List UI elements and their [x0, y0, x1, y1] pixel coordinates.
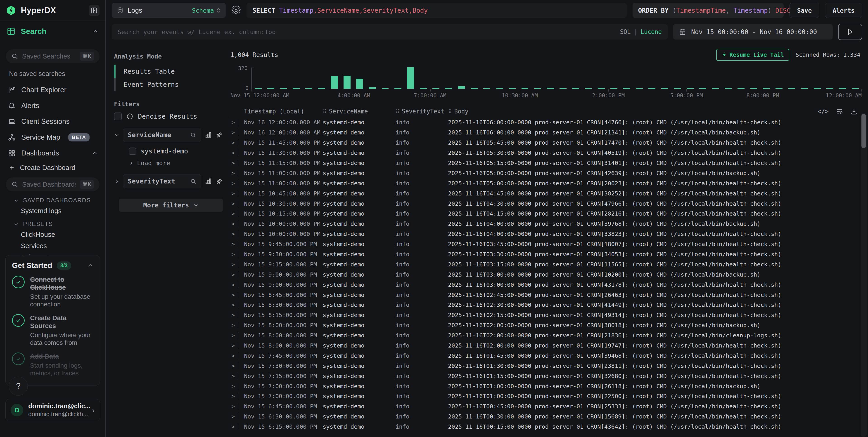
table-row[interactable]: >Nov 15 10:45:00.000 PMsystemd-demoinfo2…: [229, 188, 868, 198]
get-started-step-data-sources[interactable]: Create Data Sources Configure where your…: [12, 314, 93, 347]
bar-chart-icon[interactable]: [205, 178, 212, 185]
resume-live-tail-button[interactable]: Resume Live Tail: [716, 49, 789, 61]
sidebar-item-service-map[interactable]: Service Map BETA: [6, 130, 99, 145]
more-filters-button[interactable]: More filters: [119, 199, 223, 212]
row-expand-icon[interactable]: >: [231, 393, 235, 400]
histogram-bucket[interactable]: [493, 88, 506, 89]
row-expand-icon[interactable]: >: [231, 322, 235, 329]
lucene-mode-toggle[interactable]: Lucene: [641, 29, 662, 35]
view-source-icon[interactable]: </>: [817, 108, 829, 115]
row-expand-icon[interactable]: >: [231, 281, 235, 288]
pin-icon[interactable]: [216, 131, 223, 138]
sql-mode-toggle[interactable]: SQL: [620, 29, 630, 35]
histogram-bucket[interactable]: [290, 88, 303, 89]
row-expand-icon[interactable]: >: [231, 241, 235, 247]
mode-results-table[interactable]: Results Table: [114, 65, 223, 78]
row-expand-icon[interactable]: >: [231, 332, 235, 339]
histogram-bucket[interactable]: [328, 76, 341, 89]
histogram-bucket[interactable]: [392, 88, 404, 89]
row-expand-icon[interactable]: >: [231, 129, 235, 136]
sidebar-item-chart-explorer[interactable]: Chart Explorer: [6, 82, 99, 98]
histogram-bucket[interactable]: [696, 88, 709, 89]
presets-section-header[interactable]: PRESETS: [13, 221, 99, 228]
filter-value-systemd-demo[interactable]: systemd-demo: [129, 147, 223, 155]
row-expand-icon[interactable]: >: [231, 160, 235, 166]
table-row[interactable]: >Nov 15 8:15:00.000 PMsystemd-demoinfo20…: [229, 310, 868, 320]
table-row[interactable]: >Nov 15 9:45:00.000 PMsystemd-demoinfo20…: [229, 239, 868, 249]
histogram-bucket[interactable]: [747, 88, 760, 89]
histogram-bucket[interactable]: [646, 88, 658, 89]
row-expand-icon[interactable]: >: [231, 251, 235, 258]
row-expand-icon[interactable]: >: [231, 403, 235, 410]
chevron-down-icon[interactable]: [114, 132, 119, 138]
histogram-bucket[interactable]: [404, 67, 417, 89]
column-header-servicename[interactable]: ⠿ServiceName: [323, 108, 396, 115]
collapse-sidebar-icon[interactable]: [89, 5, 99, 16]
table-row[interactable]: >Nov 15 7:00:00.000 PMsystemd-demoinfo20…: [229, 391, 868, 401]
saved-dashboards-search[interactable]: ⌘K: [6, 177, 99, 191]
table-row[interactable]: >Nov 15 10:15:00.000 PMsystemd-demoinfo2…: [229, 208, 868, 219]
row-expand-icon[interactable]: >: [231, 292, 235, 298]
saved-searches-search[interactable]: ⌘K: [6, 49, 99, 63]
drag-handle-icon[interactable]: ⠿: [396, 108, 400, 115]
table-row[interactable]: >Nov 16 12:00:00.000 AMsystemd-demoinfo2…: [229, 128, 868, 138]
histogram-bucket[interactable]: [722, 88, 735, 89]
histogram-bucket[interactable]: [824, 88, 836, 89]
table-row[interactable]: >Nov 15 11:00:00.000 PMsystemd-demoinfo2…: [229, 168, 868, 178]
table-row[interactable]: >Nov 15 8:45:00.000 PMsystemd-demoinfo20…: [229, 290, 868, 300]
chevron-up-icon[interactable]: [92, 150, 98, 156]
table-row[interactable]: >Nov 15 8:00:00.000 PMsystemd-demoinfo20…: [229, 340, 868, 351]
table-row[interactable]: >Nov 15 7:15:00.000 PMsystemd-demoinfo20…: [229, 371, 868, 381]
histogram-bucket[interactable]: [633, 88, 646, 89]
table-row[interactable]: >Nov 15 11:00:00.000 PMsystemd-demoinfo2…: [229, 178, 868, 188]
chevron-up-icon[interactable]: [87, 262, 93, 269]
filter-value-checkbox[interactable]: [129, 147, 136, 155]
table-row[interactable]: >Nov 16 12:00:00.000 AMsystemd-demoinfo2…: [229, 117, 868, 128]
save-button[interactable]: Save: [789, 3, 819, 18]
table-row[interactable]: >Nov 15 10:00:00.000 PMsystemd-demoinfo2…: [229, 219, 868, 229]
histogram-bucket[interactable]: [353, 79, 366, 89]
row-expand-icon[interactable]: >: [231, 373, 235, 379]
row-expand-icon[interactable]: >: [231, 149, 235, 156]
row-expand-icon[interactable]: >: [231, 352, 235, 359]
histogram-bucket[interactable]: [684, 88, 696, 89]
histogram-bucket[interactable]: [811, 88, 824, 89]
histogram-bucket[interactable]: [480, 88, 493, 89]
row-expand-icon[interactable]: >: [231, 220, 235, 227]
row-expand-icon[interactable]: >: [231, 210, 235, 217]
mode-event-patterns[interactable]: Event Patterns: [114, 78, 223, 91]
filter-group-search[interactable]: ServiceName: [123, 128, 201, 142]
histogram-bucket[interactable]: [506, 88, 519, 89]
histogram-bucket[interactable]: [468, 88, 480, 89]
histogram-bucket[interactable]: [582, 88, 595, 89]
create-dashboard-button[interactable]: Create Dashboard: [6, 161, 99, 174]
table-row[interactable]: >Nov 15 8:00:00.000 PMsystemd-demoinfo20…: [229, 320, 868, 330]
row-expand-icon[interactable]: >: [231, 261, 235, 268]
histogram-bucket[interactable]: [366, 87, 379, 89]
table-row[interactable]: >Nov 15 7:45:00.000 PMsystemd-demoinfo20…: [229, 350, 868, 361]
row-expand-icon[interactable]: >: [231, 423, 235, 430]
histogram-bucket[interactable]: [303, 88, 315, 89]
dashboard-link-systemd-logs[interactable]: Systemd logs: [21, 206, 99, 215]
histogram-bucket[interactable]: [442, 88, 455, 89]
histogram-bucket[interactable]: [658, 88, 671, 89]
table-row[interactable]: >Nov 15 6:30:00.000 PMsystemd-demoinfo20…: [229, 411, 868, 422]
sidebar-item-dashboards[interactable]: Dashboards: [6, 145, 99, 161]
sidebar-item-search[interactable]: Search: [0, 21, 105, 42]
column-header-body[interactable]: ⠿Body: [448, 108, 868, 115]
load-more-button[interactable]: Load more: [129, 160, 223, 167]
saved-searches-input[interactable]: [22, 53, 75, 60]
histogram-bucket[interactable]: [671, 88, 684, 89]
row-expand-icon[interactable]: >: [231, 342, 235, 349]
histogram-bucket[interactable]: [773, 88, 785, 89]
histogram-bucket[interactable]: [519, 88, 531, 89]
pin-icon[interactable]: [216, 178, 223, 185]
table-row[interactable]: >Nov 15 9:30:00.000 PMsystemd-demoinfo20…: [229, 249, 868, 259]
row-expand-icon[interactable]: >: [231, 301, 235, 308]
table-row[interactable]: >Nov 15 10:00:00.000 PMsystemd-demoinfo2…: [229, 229, 868, 239]
user-menu[interactable]: D dominic.tran@clic... dominic.tran@clic…: [5, 399, 100, 421]
table-row[interactable]: >Nov 15 9:15:00.000 PMsystemd-demoinfo20…: [229, 259, 868, 269]
sidebar-item-client-sessions[interactable]: Client Sessions: [6, 114, 99, 130]
histogram-bucket[interactable]: [569, 88, 582, 89]
row-expand-icon[interactable]: >: [231, 312, 235, 318]
